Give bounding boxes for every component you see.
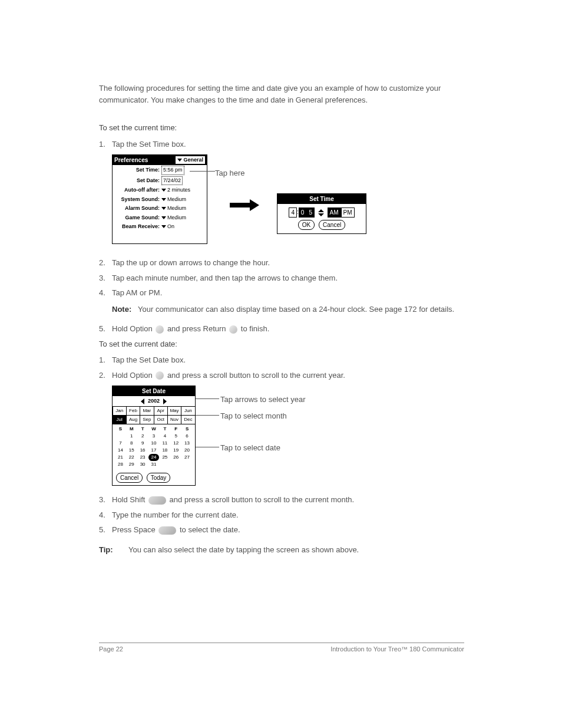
day-cell[interactable]: 23	[137, 454, 148, 461]
dow-header: T	[137, 426, 148, 433]
hour-field[interactable]: 4	[289, 207, 297, 218]
step-number: 1.	[99, 354, 112, 366]
minute-tens-field[interactable]: 0	[299, 207, 307, 218]
footer-page-number: Page 22	[99, 645, 123, 653]
day-cell[interactable]: 6	[181, 433, 193, 440]
step-text: Hold Option and press a scroll button to…	[112, 370, 464, 381]
day-cell[interactable]: 5	[170, 433, 181, 440]
figure-preferences: Preferences General Set Time:5:56 pm Set…	[112, 154, 464, 249]
general-dropdown[interactable]: General	[176, 156, 205, 164]
day-cell[interactable]: 14	[115, 447, 126, 454]
day-cell[interactable]: 2	[137, 433, 148, 440]
system-sound-label: System Sound:	[115, 196, 161, 204]
month-cell[interactable]: Jul	[113, 415, 127, 424]
beam-receive-dropdown[interactable]: On	[161, 223, 174, 231]
day-cell[interactable]: 15	[126, 447, 137, 454]
dow-header: S	[115, 426, 126, 433]
day-cell[interactable]: 3	[148, 433, 160, 440]
year-prev-arrow-icon[interactable]	[141, 398, 144, 404]
year-next-arrow-icon[interactable]	[163, 398, 167, 404]
month-grid[interactable]: JanFebMarAprMayJunJulAugSepOctNovDec	[113, 407, 195, 424]
cancel-button[interactable]: Cancel	[319, 220, 345, 230]
month-cell[interactable]: Oct	[154, 415, 168, 424]
tip-label: Tip:	[99, 544, 128, 556]
day-cell[interactable]: 31	[148, 461, 160, 468]
day-cell[interactable]: 10	[148, 440, 160, 447]
game-sound-dropdown[interactable]: Medium	[161, 214, 186, 222]
step-number: 1.	[99, 139, 112, 150]
day-cell[interactable]: 11	[159, 440, 170, 447]
day-cell	[170, 461, 181, 468]
day-cell	[159, 461, 170, 468]
intro-paragraph: The following procedures for setting the…	[99, 83, 464, 106]
day-cell[interactable]: 4	[159, 433, 170, 440]
month-cell[interactable]: Jan	[113, 406, 127, 416]
callout-line	[196, 415, 219, 416]
dow-header: W	[148, 426, 160, 433]
note-text: Your communicator can also display time …	[138, 304, 454, 315]
pm-button[interactable]: PM	[341, 207, 355, 218]
day-cell[interactable]: 9	[137, 440, 148, 447]
auto-off-dropdown[interactable]: 2 minutes	[161, 186, 190, 195]
day-cell[interactable]: 12	[170, 440, 181, 447]
step-number: 5.	[99, 524, 112, 536]
day-cell[interactable]: 19	[170, 447, 181, 454]
alarm-sound-dropdown[interactable]: Medium	[161, 205, 186, 213]
dow-header: T	[159, 426, 170, 433]
month-cell[interactable]: May	[167, 406, 181, 416]
month-cell[interactable]: Feb	[126, 406, 140, 416]
day-cell[interactable]: 17	[148, 447, 160, 454]
heading-set-time: To set the current time:	[99, 122, 464, 134]
day-cell[interactable]: 1	[126, 433, 137, 440]
day-cell[interactable]: 24	[148, 454, 160, 461]
today-button[interactable]: Today	[147, 473, 171, 483]
ok-button[interactable]: OK	[298, 220, 315, 230]
minute-ones-field[interactable]: 5	[306, 207, 315, 218]
step-text: Hold Option and press Return to finish.	[112, 323, 464, 335]
month-cell[interactable]: Dec	[181, 415, 195, 424]
day-cell[interactable]: 22	[126, 454, 137, 461]
day-cell[interactable]: 28	[115, 461, 126, 468]
calendar-grid[interactable]: SMTWTFS123456789101112131415161718192021…	[113, 424, 195, 469]
day-cell[interactable]: 8	[126, 440, 137, 447]
cancel-button[interactable]: Cancel	[116, 473, 143, 483]
return-key-icon	[229, 325, 237, 334]
am-button[interactable]: AM	[328, 207, 341, 218]
set-time-box[interactable]: 5:56 pm	[161, 166, 184, 175]
month-cell[interactable]: Sep	[140, 415, 154, 424]
alarm-sound-label: Alarm Sound:	[115, 205, 161, 213]
day-cell[interactable]: 13	[181, 440, 193, 447]
option-key-icon	[156, 325, 164, 334]
day-cell[interactable]: 29	[126, 461, 137, 468]
chevron-down-icon	[161, 189, 166, 192]
step-text: Tap the Set Date box.	[112, 354, 464, 366]
day-cell[interactable]: 30	[137, 461, 148, 468]
callout-tap-here: Tap here	[215, 167, 245, 179]
set-date-box[interactable]: 7/24/02	[161, 176, 183, 186]
time-spinner[interactable]	[318, 209, 324, 216]
day-cell[interactable]: 7	[115, 440, 126, 447]
month-cell[interactable]: Jun	[181, 406, 195, 416]
option-key-icon	[156, 371, 164, 380]
set-time-dialog: Set Time 4:05 AMPM OK Cancel	[277, 193, 366, 234]
day-cell[interactable]: 27	[181, 454, 193, 461]
month-cell[interactable]: Mar	[140, 406, 154, 416]
note-label: Note:	[112, 304, 138, 315]
day-cell[interactable]: 16	[137, 447, 148, 454]
preferences-screen: Preferences General Set Time:5:56 pm Set…	[112, 154, 207, 244]
chevron-down-icon	[161, 225, 166, 228]
set-date-dialog: Set Date 2002 JanFebMarAprMayJunJulAugSe…	[112, 386, 196, 486]
month-cell[interactable]: Aug	[126, 415, 140, 424]
figure-set-date: Set Date 2002 JanFebMarAprMayJunJulAugSe…	[112, 386, 464, 486]
month-cell[interactable]: Nov	[167, 415, 181, 424]
day-cell[interactable]: 21	[115, 454, 126, 461]
day-cell[interactable]: 20	[181, 447, 193, 454]
day-cell[interactable]: 18	[159, 447, 170, 454]
day-cell[interactable]: 25	[159, 454, 170, 461]
callout-month: Tap to select month	[220, 410, 287, 422]
chevron-down-icon	[161, 216, 166, 219]
day-cell[interactable]: 26	[170, 454, 181, 461]
system-sound-dropdown[interactable]: Medium	[161, 196, 186, 204]
month-cell[interactable]: Apr	[154, 406, 168, 416]
step-text: Hold Shift and press a scroll button to …	[112, 494, 464, 506]
